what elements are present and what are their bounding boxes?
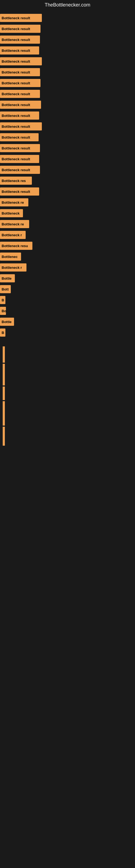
bar-label: Bottleneck result <box>2 59 30 63</box>
bar-label: Bottleneck result <box>2 146 30 150</box>
result-bar: Bottleneck result <box>0 144 40 152</box>
bar-label: Bottleneck r <box>2 233 22 237</box>
vertical-bar <box>3 346 5 363</box>
bar-row: Bottleneck result <box>0 186 135 197</box>
result-bar: Bottleneck res <box>0 177 32 185</box>
bar-label: Bottlenec <box>2 255 17 259</box>
bar-row: Bottleneck result <box>0 99 135 110</box>
bar-label: Bott <box>2 287 9 291</box>
bar-label: Bo <box>2 309 6 313</box>
result-bar: Bottleneck result <box>0 25 41 33</box>
bar-row: Bottleneck r <box>0 262 135 273</box>
bar-row: Bottlenec <box>0 251 135 262</box>
bar-row: Bottleneck result <box>0 24 135 34</box>
bar-label: Bottleneck re <box>2 222 24 226</box>
bar-row: Bottleneck result <box>0 111 135 121</box>
bar-label: Bottleneck result <box>2 16 30 20</box>
result-bar: Bottleneck result <box>0 101 41 109</box>
site-title: TheBottlenecker.com <box>0 0 135 10</box>
bar-row: Bottleneck result <box>0 34 135 45</box>
bar-row: Bottleneck result <box>0 143 135 153</box>
bar-row: Bo <box>0 306 135 316</box>
bar-label: Bottleneck resu <box>2 244 28 248</box>
result-bar: Bottleneck result <box>0 122 42 130</box>
bar-row: Bottleneck result <box>0 132 135 143</box>
bar-label: Bottleneck re <box>2 200 24 205</box>
bar-row: Bottleneck resu <box>0 241 135 251</box>
bar-label: B <box>2 331 4 335</box>
result-bar: Bottleneck result <box>0 68 40 76</box>
result-bar: Bottleneck resu <box>0 242 32 250</box>
bar-row: B <box>0 295 135 305</box>
result-bar: Bottleneck r <box>0 231 26 239</box>
bar-row: Bottleneck <box>0 208 135 218</box>
bar-label: Bottleneck result <box>2 27 30 31</box>
bar-label: Bottleneck result <box>2 135 30 140</box>
bar-row: Bottleneck result <box>0 154 135 164</box>
bar-row: Bottleneck re <box>0 219 135 229</box>
bar-label: Bottle <box>2 276 12 280</box>
result-bar: Bottleneck re <box>0 220 29 228</box>
result-bar: Bo <box>0 307 6 315</box>
result-bar: Bottlenec <box>0 252 21 261</box>
result-bar: Bottleneck re <box>0 198 28 207</box>
bar-label: Bottleneck result <box>2 190 30 194</box>
bar-label: Bottleneck result <box>2 168 30 172</box>
bar-row: Bottleneck res <box>0 176 135 186</box>
result-bar: Bottleneck result <box>0 90 40 98</box>
bar-label: Bottleneck result <box>2 70 30 74</box>
bar-row: Bottleneck result <box>0 78 135 88</box>
bar-label: Bottleneck r <box>2 266 22 270</box>
bar-row: Bottleneck result <box>0 165 135 175</box>
bar-label: Bottleneck result <box>2 157 30 161</box>
result-bar: Bottleneck <box>0 209 23 217</box>
result-bar: Bottleneck result <box>0 155 39 163</box>
bar-label: Bottleneck result <box>2 124 30 129</box>
bar-label: Bottleneck result <box>2 38 30 42</box>
bar-row: Bottleneck result <box>0 67 135 77</box>
bar-label: Bottleneck <box>2 211 19 215</box>
result-bar: Bottleneck r <box>0 264 27 272</box>
vertical-bar-section <box>0 346 135 447</box>
bar-row: Bottle <box>0 273 135 283</box>
result-bar: Bottleneck result <box>0 35 40 44</box>
result-bar: B <box>0 329 5 337</box>
vertical-bar <box>3 427 5 446</box>
result-bar: Bottleneck result <box>0 133 39 141</box>
bar-label: B <box>2 298 4 302</box>
bar-row: Bottleneck result <box>0 45 135 56</box>
result-bar: Bottle <box>0 274 15 282</box>
result-bar: Bottleneck result <box>0 14 42 22</box>
bar-label: Bottle <box>2 320 12 324</box>
bar-row: Bottleneck re <box>0 197 135 208</box>
result-bar: Bott <box>0 285 11 293</box>
bar-row: B <box>0 328 135 338</box>
result-bar: Bottleneck result <box>0 112 39 120</box>
vertical-bar <box>3 386 5 400</box>
bar-row: Bottle <box>0 316 135 327</box>
result-bar: Bottleneck result <box>0 46 39 55</box>
vertical-bar <box>3 364 5 385</box>
result-bar: Bottleneck result <box>0 57 42 65</box>
bar-label: Bottleneck result <box>2 81 30 85</box>
result-bar: Bottleneck result <box>0 79 41 87</box>
vertical-bar <box>3 401 5 426</box>
bar-label: Bottleneck result <box>2 103 30 107</box>
bars-container: Bottleneck resultBottleneck resultBottle… <box>0 10 135 341</box>
bar-row: Bottleneck r <box>0 230 135 240</box>
bar-row: Bottleneck result <box>0 13 135 23</box>
bar-label: Bottleneck result <box>2 49 30 53</box>
bar-row: Bottleneck result <box>0 89 135 99</box>
bar-label: Bottleneck result <box>2 92 30 96</box>
result-bar: Bottleneck result <box>0 187 39 195</box>
bar-label: Bottleneck res <box>2 179 26 183</box>
bar-row: Bottleneck result <box>0 56 135 66</box>
result-bar: Bottle <box>0 318 14 326</box>
bar-label: Bottleneck result <box>2 114 30 118</box>
bar-row: Bottleneck result <box>0 121 135 131</box>
result-bar: Bottleneck result <box>0 166 40 174</box>
result-bar: B <box>0 296 5 304</box>
bar-row: Bott <box>0 284 135 294</box>
